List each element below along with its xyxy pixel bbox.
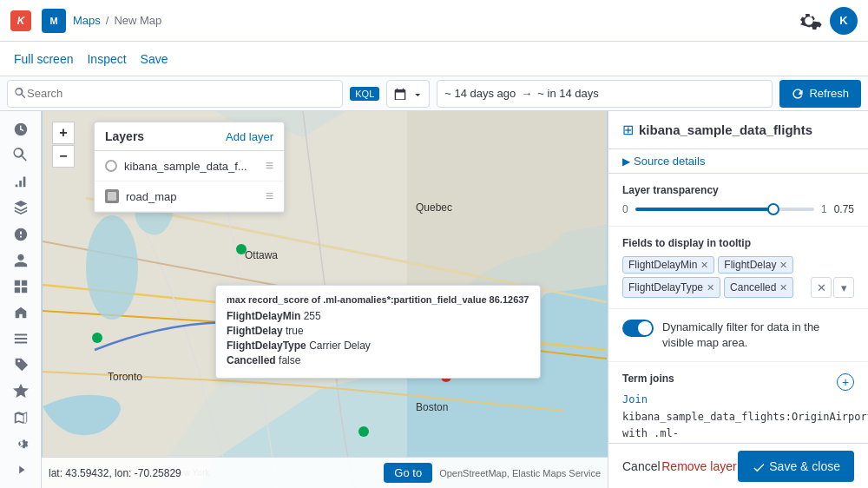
sidebar-item-home[interactable] — [5, 301, 36, 324]
svg-text:Boston: Boston — [416, 401, 448, 413]
osm-credit: OpenStreetMap, Elastic Maps Service — [439, 468, 601, 478]
search-icon — [15, 88, 27, 100]
layer-drag-handle[interactable]: ≡ — [266, 158, 273, 174]
save-link[interactable]: Save — [141, 52, 168, 66]
transparency-value: 0.75 — [834, 203, 854, 215]
toggle-knob — [638, 321, 652, 335]
sidebar-item-tag[interactable] — [5, 353, 36, 376]
sidebar-item-settings[interactable] — [5, 432, 36, 455]
search-input[interactable] — [27, 87, 335, 100]
svg-text:Ottawa: Ottawa — [245, 249, 278, 261]
sidebar-item-alert[interactable] — [5, 223, 36, 246]
barchart-icon — [13, 174, 29, 189]
user-avatar-button[interactable]: K — [830, 7, 858, 35]
sidebar-item-stack[interactable] — [5, 327, 36, 350]
expand-fields-button[interactable]: ▾ — [833, 277, 854, 298]
layer-item-road-map[interactable]: road_map ≡ — [95, 181, 284, 212]
layer-road-icon — [105, 189, 119, 203]
date-filter[interactable] — [386, 80, 430, 108]
tooltip-row-2: FlightDelayType Carrier Delay — [227, 340, 529, 352]
map-area[interactable]: Ottawa Montreal Quebec Toronto Boston Ne… — [42, 111, 608, 488]
second-nav: Full screen Inspect Save — [0, 42, 868, 76]
remove-layer-button[interactable]: Remove layer — [661, 459, 736, 473]
add-layer-button[interactable]: Add layer — [226, 130, 273, 143]
chevron-down-icon — [411, 89, 422, 99]
panel-body: Layer transparency 0 1 0.75 Fields to di… — [608, 174, 868, 443]
sidebar-item-star[interactable] — [5, 379, 36, 402]
transparency-section: Layer transparency 0 1 0.75 — [608, 174, 868, 227]
settings-button[interactable] — [795, 7, 823, 35]
coords-bar: lat: 43.59432, lon: -70.25829 Go to Open… — [42, 457, 608, 488]
top-nav: K M Maps / New Map K — [0, 0, 868, 42]
tooltip-fields: FlightDelayMin ✕ FlightDelay ✕ FlightDel… — [622, 256, 854, 298]
source-details-row[interactable]: ▶ Source details — [608, 149, 868, 174]
field-tag-flightdelaytype[interactable]: FlightDelayType ✕ — [622, 277, 720, 298]
transparency-section-title: Layer transparency — [622, 184, 854, 196]
tag-icon — [13, 357, 29, 373]
breadcrumb-maps[interactable]: Maps — [73, 14, 101, 27]
field-tag-flightdelay[interactable]: FlightDelay ✕ — [718, 256, 793, 274]
settings-side-icon — [13, 436, 29, 452]
svg-point-2 — [86, 215, 138, 320]
person-icon — [13, 253, 29, 268]
transparency-row: 0 1 0.75 — [622, 203, 854, 215]
cancel-button[interactable]: Cancel — [622, 459, 661, 473]
arrow-right-icon — [13, 462, 29, 478]
checkmark-icon — [752, 460, 764, 472]
toggle-row: Dynamically filter for data in the visib… — [622, 320, 854, 351]
gear-icon — [795, 7, 823, 35]
chevron-right-icon: ▶ — [622, 155, 630, 168]
sidebar-item-bar-chart[interactable] — [5, 170, 36, 193]
term-joins-title: Term joins — [622, 373, 674, 385]
sidebar-item-search[interactable] — [5, 144, 36, 167]
zoom-out-button[interactable]: − — [52, 145, 75, 168]
search-input-wrap — [7, 80, 343, 108]
map-dot-ottawa — [236, 244, 247, 254]
layers-header: Layers Add layer — [95, 122, 284, 151]
remove-flightdelay[interactable]: ✕ — [779, 260, 787, 271]
bottom-bar: Cancel Remove layer Save & close — [608, 443, 868, 488]
home-icon — [13, 305, 29, 320]
layer-item-flights[interactable]: kibana_sample_data_f... ≡ — [95, 151, 284, 181]
tooltip-fields-section: Fields to display in tooltip FlightDelay… — [608, 227, 868, 309]
panel-title: kibana_sample_data_flights — [639, 122, 812, 137]
slider-thumb[interactable] — [767, 203, 779, 215]
sidebar-item-clock[interactable] — [5, 118, 36, 141]
kql-badge[interactable]: KQL — [350, 87, 379, 101]
left-sidebar — [0, 111, 42, 488]
search-nav-icon — [13, 148, 29, 163]
alert-icon — [13, 227, 29, 242]
field-tag-flightdelaymin[interactable]: FlightDelayMin ✕ — [622, 256, 714, 274]
transparency-slider[interactable] — [635, 208, 814, 211]
remove-flightdelaymin[interactable]: ✕ — [700, 260, 708, 271]
map-tooltip-popup: max record_score of .ml-anomalies*:parti… — [215, 285, 541, 379]
layer-label-flights: kibana_sample_data_f... — [124, 160, 259, 173]
sidebar-item-grid[interactable] — [5, 275, 36, 298]
layer-dot-icon — [105, 160, 117, 172]
save-close-button[interactable]: Save & close — [738, 451, 854, 482]
star-icon — [13, 383, 29, 399]
clock-icon — [13, 122, 29, 137]
dynamic-filter-toggle[interactable] — [622, 320, 654, 337]
svg-text:Quebec: Quebec — [416, 201, 452, 214]
zoom-in-button[interactable]: + — [52, 122, 75, 144]
fullscreen-link[interactable]: Full screen — [14, 52, 73, 66]
tooltip-title: max record_score of .ml-anomalies*:parti… — [227, 294, 529, 305]
maps-app-icon: M — [42, 9, 66, 33]
sidebar-item-arrow-right[interactable] — [5, 458, 36, 481]
layer-drag-handle-2[interactable]: ≡ — [266, 188, 273, 204]
goto-button[interactable]: Go to — [384, 463, 432, 483]
sidebar-item-map[interactable] — [5, 406, 36, 429]
sidebar-item-person[interactable] — [5, 249, 36, 272]
sidebar-item-layers[interactable] — [5, 196, 36, 219]
clear-fields-button[interactable]: ✕ — [811, 277, 832, 298]
refresh-button[interactable]: Refresh — [779, 80, 861, 108]
inspect-link[interactable]: Inspect — [87, 52, 126, 66]
add-join-button[interactable]: + — [837, 373, 854, 391]
search-bar: KQL ~ 14 days ago → ~ in 14 days Refresh — [0, 76, 868, 111]
remove-flightdelaytype[interactable]: ✕ — [707, 282, 714, 293]
field-tag-cancelled[interactable]: Cancelled ✕ — [724, 277, 793, 298]
join-keyword: Join — [622, 393, 648, 406]
remove-cancelled[interactable]: ✕ — [779, 282, 787, 293]
breadcrumb: Maps / New Map — [73, 14, 161, 27]
